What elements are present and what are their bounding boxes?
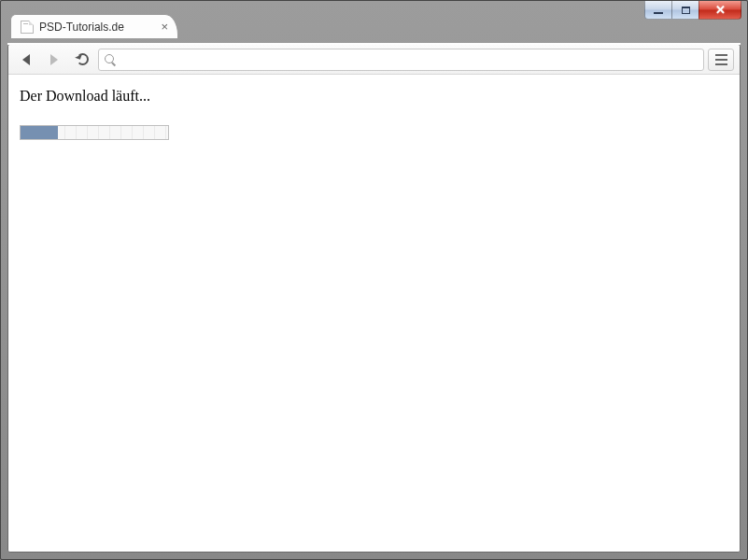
minimize-button[interactable] [644,1,672,20]
page-content: Der Download läuft... [8,75,740,552]
menu-icon [715,54,727,56]
browser-window: PSD-Tutorials.de × ✕ Der Download läuft.… [0,0,748,560]
window-titlebar[interactable]: PSD-Tutorials.de × ✕ [1,1,747,21]
download-progress-fill [21,126,58,139]
toolbar [8,45,740,75]
window-controls: ✕ [645,1,741,20]
reload-button[interactable] [70,49,94,71]
search-icon [105,54,116,65]
address-bar[interactable] [98,49,704,71]
menu-button[interactable] [708,49,734,71]
back-button[interactable] [14,49,38,71]
browser-tab[interactable]: PSD-Tutorials.de × [10,14,178,38]
download-progress-bar [20,125,169,140]
forward-button[interactable] [42,49,66,71]
browser-chrome: Der Download läuft... [7,44,741,553]
close-window-button[interactable]: ✕ [699,1,741,20]
download-status-text: Der Download läuft... [20,88,728,105]
address-input[interactable] [121,52,698,66]
tab-title: PSD-Tutorials.de [39,21,155,34]
tab-strip: PSD-Tutorials.de × [10,1,178,38]
maximize-button[interactable] [671,1,699,20]
file-icon [21,21,34,34]
close-tab-icon[interactable]: × [161,21,168,33]
